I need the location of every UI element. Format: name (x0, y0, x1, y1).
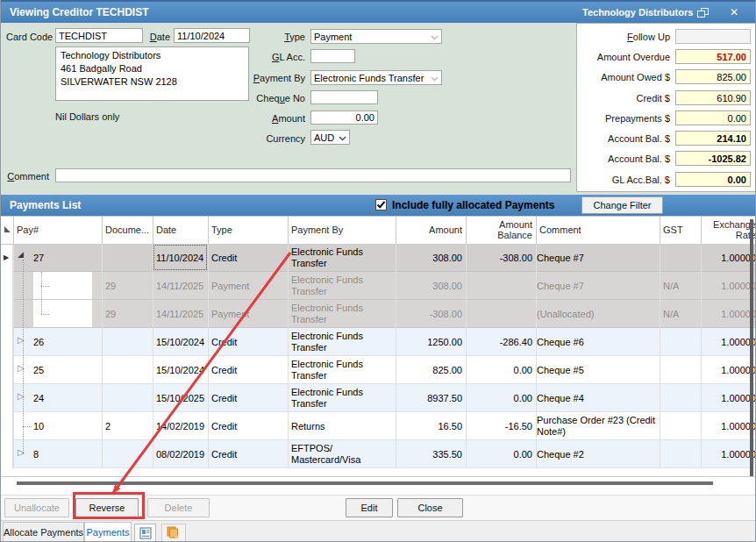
cell-amount: -308.00 (399, 300, 462, 328)
column-header-payment_by[interactable]: Payment By (291, 216, 392, 244)
cell-date: 15/10/2024 (156, 356, 204, 384)
report-view-icon[interactable] (134, 524, 156, 542)
tree-expander-icon[interactable]: ▷ (18, 391, 25, 401)
panel-field-value[interactable]: -1025.82 (675, 151, 751, 166)
panel-field-value[interactable]: 610.90 (675, 90, 751, 105)
payments-list-title: Payments List (10, 195, 81, 216)
vertical-scrollbar[interactable] (750, 219, 753, 476)
reverse-highlight-rectangle (73, 492, 145, 519)
tree-expander-icon[interactable]: ▷ (18, 335, 25, 345)
cell-balance: 0.00 (469, 384, 532, 412)
cell-date: 14/02/2019 (156, 412, 204, 440)
payment-row[interactable]: 2711/10/2024CreditElectronic Funds Trans… (13, 244, 756, 272)
tree-expander-icon[interactable]: ▷ (18, 447, 25, 457)
cell-rate: 1.00000 (704, 300, 756, 328)
cell-gst (663, 412, 697, 440)
cell-doc: 2 (105, 412, 149, 440)
column-header-rate[interactable]: Exchange Rate (704, 216, 756, 244)
comment-input[interactable] (55, 168, 571, 182)
expand-all-icon[interactable] (4, 226, 11, 232)
payment-row[interactable]: 2615/10/2024CreditElectronic Funds Trans… (13, 328, 756, 356)
cell-gst: N/A (663, 300, 697, 328)
cell-amount: 1250.00 (399, 328, 462, 356)
cell-gst (663, 356, 697, 384)
column-header-amount[interactable]: Amount (399, 216, 462, 244)
cell-payment_by: Electronic Funds Transfer (291, 356, 392, 384)
gl-acc-input[interactable] (310, 49, 355, 63)
cell-type: Credit (211, 412, 284, 440)
cell-rate: 1.00000 (704, 244, 756, 272)
cell-amount: 16.50 (399, 412, 462, 440)
column-header-date[interactable]: Date (156, 216, 204, 244)
payment-by-combo[interactable]: Electronic Funds Transfer (310, 70, 442, 85)
cell-balance: -16.50 (469, 412, 532, 440)
cell-amount: 308.00 (399, 244, 462, 272)
payment-row[interactable]: 10214/02/2019CreditReturns16.50-16.50Pur… (13, 412, 756, 440)
tab-payments[interactable]: Payments (84, 522, 132, 542)
card-code-input[interactable]: TECHDIST (55, 28, 143, 43)
panel-field-label: Amount Owed $ (577, 72, 670, 82)
close-button[interactable]: Close (397, 498, 463, 517)
panel-field-value[interactable]: 0.00 (675, 172, 751, 187)
cell-comment: Purchase Order #23 (Credit Note#) (537, 412, 660, 440)
date-label: Date (131, 32, 170, 42)
cell-rate: 1.00000 (704, 328, 756, 356)
change-filter-button[interactable]: Change Filter (581, 196, 663, 214)
column-header-gst[interactable]: GST (663, 216, 697, 244)
amount-input[interactable]: 0.00 (310, 111, 378, 125)
cell-pay: 24 (33, 384, 98, 412)
tree-expander-icon[interactable]: ▷ (18, 363, 25, 373)
cell-amount: 308.00 (399, 272, 462, 300)
nil-dollars-text: Nil Dollars only (55, 111, 231, 122)
cell-doc (105, 440, 149, 468)
title-bar: Viewing Creditor TECHDIST Technology Dis… (1, 0, 756, 23)
column-header-balance[interactable]: Amount Balance (469, 216, 532, 244)
panel-field-value[interactable]: 0.00 (675, 111, 751, 125)
payment-row[interactable]: 2515/10/2024CreditElectronic Funds Trans… (13, 356, 756, 384)
payment-row[interactable]: 808/02/2019CreditEFTPOS/​Mastercard/Visa… (13, 440, 756, 468)
cell-type: Credit (211, 244, 284, 272)
cell-pay: 26 (33, 328, 98, 356)
cell-rate: 1.00000 (704, 384, 756, 412)
cell-rate: 1.00000 (704, 272, 756, 300)
copy-documents-icon[interactable] (161, 524, 186, 542)
cell-balance: -286.40 (469, 328, 532, 356)
gl-acc-label: GL Acc. (238, 52, 305, 62)
panel-field-value[interactable]: 214.10 (675, 131, 751, 146)
column-header-comment[interactable]: Comment (539, 216, 658, 244)
cell-balance (469, 272, 532, 300)
cell-type: Credit (211, 440, 284, 468)
cell-comment: Cheque #4 (537, 384, 660, 412)
tab-allocate-payments[interactable]: Allocate Payments (3, 522, 84, 542)
panel-field-label: Prepayments $ (577, 113, 670, 124)
cell-type: Credit (211, 356, 284, 384)
cell-type: Credit (211, 328, 284, 356)
edit-button[interactable]: Edit (346, 498, 393, 517)
panel-field-value[interactable]: 517.00 (675, 49, 751, 64)
payment-row[interactable]: 2914/11/2025PaymentElectronic Funds Tran… (13, 300, 756, 328)
cell-comment: Cheque #6 (537, 328, 660, 356)
include-allocated-checkbox[interactable] (375, 199, 387, 210)
cell-pay: 25 (33, 356, 98, 384)
currency-combo[interactable]: AUD (310, 130, 350, 145)
type-combo[interactable]: Payment (310, 29, 442, 44)
cheque-no-input[interactable] (310, 90, 378, 104)
row-indicator-column (1, 245, 13, 468)
restore-icon[interactable] (697, 8, 711, 18)
panel-field-value[interactable] (675, 29, 751, 44)
close-icon[interactable]: ✕ (730, 6, 738, 18)
column-header-pay[interactable]: Pay# (17, 216, 98, 244)
payment-row[interactable]: 2914/11/2025PaymentElectronic Funds Tran… (13, 272, 756, 300)
cell-rate: 1.00000 (704, 356, 756, 384)
payments-list-bar: Payments List Include fully allocated Pa… (1, 195, 756, 216)
cell-comment: Cheque #7 (537, 244, 660, 272)
payment-row[interactable]: 2415/10/2025CreditElectronic Funds Trans… (13, 384, 756, 412)
horizontal-scrollbar[interactable] (17, 481, 713, 485)
cell-payment_by: Returns (291, 412, 392, 440)
tree-expander-icon[interactable]: ◢ (18, 250, 24, 259)
column-header-doc[interactable]: Docume... (105, 216, 149, 244)
panel-field-value[interactable]: 825.00 (675, 69, 751, 84)
cell-type: Payment (211, 300, 284, 328)
amount-label: Amount (238, 113, 305, 124)
column-header-type[interactable]: Type (211, 216, 284, 244)
